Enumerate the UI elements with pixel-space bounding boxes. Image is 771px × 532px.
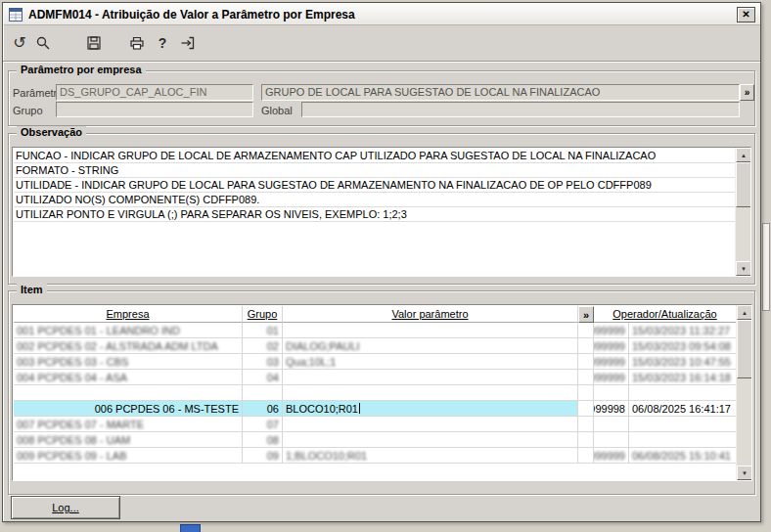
grid-row[interactable]: 006 PCPDES 06 - MS-TESTE06BLOCO10;R01999… — [14, 401, 737, 417]
grid-row[interactable]: 001 PCPDES 01 - LEANDRO IND0199999915/03… — [14, 323, 737, 338]
cell-grupo[interactable]: 01 — [243, 323, 283, 338]
cell-expand[interactable] — [578, 354, 594, 370]
cell-atualizacao[interactable]: 15/03/2023 16:14:18 — [629, 370, 737, 385]
item-grid-body: 001 PCPDES 01 - LEANDRO IND0199999915/03… — [14, 323, 737, 464]
column-header-expand-button[interactable]: » — [578, 306, 594, 323]
cell-empresa[interactable] — [14, 385, 243, 401]
cell-atualizacao[interactable]: 06/08/2025 16:41:17 — [629, 401, 737, 417]
cell-expand[interactable] — [578, 448, 594, 464]
cell-grupo[interactable]: 06 — [243, 401, 283, 417]
cell-valor-parametro[interactable] — [283, 417, 578, 432]
cell-expand[interactable] — [578, 417, 594, 432]
log-button[interactable]: Log... — [11, 496, 120, 519]
observation-line: FUNCAO - INDICAR GRUPO DE LOCAL DE ARMAZ… — [14, 149, 735, 163]
observation-line: UTILIDADE - INDICAR GRUPO DE LOCAL PARA … — [14, 178, 735, 193]
param-value-field[interactable]: DS_GRUPO_CAP_ALOC_FIN — [56, 84, 253, 101]
cell-empresa[interactable]: 002 PCPDES 02 - ALSTRADA ADM LTDA — [14, 338, 243, 354]
cell-empresa[interactable]: 009 PCPDES 09 - LAB — [14, 448, 243, 464]
save-icon — [86, 35, 102, 51]
scroll-thumb[interactable] — [736, 162, 751, 207]
cell-empresa[interactable]: 008 PCPDES 08 - UAM — [14, 432, 243, 448]
cell-operador[interactable]: 999999 — [594, 448, 629, 464]
scroll-up-button[interactable]: ▲ — [736, 148, 751, 162]
save-button[interactable] — [83, 32, 105, 54]
cell-valor-parametro[interactable] — [283, 432, 578, 448]
cell-empresa[interactable]: 007 PCPDES 07 - MARTE — [14, 417, 243, 432]
column-header-valor[interactable]: Valor parâmetro — [283, 306, 578, 323]
search-button[interactable] — [32, 32, 54, 54]
cell-valor-parametro[interactable] — [283, 323, 578, 338]
scroll-up-button[interactable]: ▲ — [737, 305, 752, 320]
cell-valor-parametro[interactable]: 1;BLOCO10;R01 — [283, 448, 578, 464]
cell-valor-parametro[interactable]: BLOCO10;R01 — [283, 401, 578, 417]
item-grid-scrollbar[interactable]: ▲ ▼ — [736, 305, 751, 480]
cell-expand[interactable] — [578, 370, 594, 385]
undo-button[interactable]: ↺ — [9, 32, 30, 54]
cell-empresa[interactable]: 003 PCPDES 03 - CBS — [14, 354, 243, 370]
cell-grupo[interactable]: 04 — [243, 370, 283, 385]
cell-expand[interactable] — [578, 338, 594, 354]
cell-operador[interactable] — [594, 417, 629, 432]
observacao-lines: FUNCAO - INDICAR GRUPO DE LOCAL DE ARMAZ… — [14, 149, 735, 222]
scroll-down-button[interactable]: ▼ — [736, 261, 751, 276]
help-button[interactable]: ? — [152, 32, 173, 54]
cell-expand[interactable] — [578, 401, 594, 417]
grupo-label: Grupo — [13, 105, 43, 116]
print-button[interactable] — [126, 32, 148, 54]
grid-row[interactable]: 004 PCPDES 04 - ASA0499999915/03/2023 16… — [14, 370, 737, 385]
cell-empresa[interactable]: 006 PCPDES 06 - MS-TESTE — [14, 401, 243, 417]
close-button[interactable]: ✕ — [737, 7, 755, 22]
item-grid-header: Empresa Grupo Valor parâmetro » Operador… — [14, 306, 737, 323]
scroll-thumb[interactable] — [737, 320, 752, 378]
cell-atualizacao[interactable] — [629, 385, 737, 401]
cell-valor-parametro[interactable]: DIALOG;PAULI — [283, 338, 578, 354]
cell-operador[interactable]: 999999 — [594, 338, 629, 354]
grid-row[interactable]: 008 PCPDES 08 - UAM08 — [14, 432, 737, 448]
global-field[interactable] — [301, 102, 740, 117]
exit-button[interactable] — [177, 32, 199, 54]
cell-expand[interactable] — [578, 385, 594, 401]
cell-atualizacao[interactable]: 15/03/2023 09:54:08 — [629, 338, 737, 354]
cell-grupo[interactable]: 08 — [243, 432, 283, 448]
observacao-scrollbar[interactable]: ▲ ▼ — [735, 148, 750, 276]
param-expand-button[interactable]: » — [740, 84, 754, 101]
grid-row[interactable]: 009 PCPDES 09 - LAB091;BLOCO10;R01999999… — [14, 448, 737, 464]
observacao-textarea[interactable]: FUNCAO - INDICAR GRUPO DE LOCAL DE ARMAZ… — [12, 147, 751, 277]
grid-row[interactable]: 002 PCPDES 02 - ALSTRADA ADM LTDA02DIALO… — [14, 338, 737, 354]
cell-grupo[interactable]: 02 — [243, 338, 283, 354]
column-header-empresa[interactable]: Empresa — [14, 306, 243, 323]
cell-grupo[interactable] — [243, 385, 283, 401]
cell-valor-parametro[interactable]: Qua;10L;1 — [283, 354, 578, 370]
cell-operador[interactable]: 999999 — [594, 323, 629, 338]
column-header-grupo[interactable]: Grupo — [243, 306, 283, 323]
cell-atualizacao[interactable]: 15/03/2023 10:47:55 — [629, 354, 737, 370]
cell-atualizacao[interactable] — [629, 417, 737, 432]
grid-row[interactable]: 003 PCPDES 03 - CBS03Qua;10L;199999915/0… — [14, 354, 737, 370]
cell-operador[interactable]: 999999 — [594, 354, 629, 370]
scroll-down-button[interactable]: ▼ — [737, 466, 752, 480]
grid-row[interactable]: 007 PCPDES 07 - MARTE07 — [14, 417, 737, 432]
cell-expand[interactable] — [578, 432, 594, 448]
cell-grupo[interactable]: 03 — [243, 354, 283, 370]
window-title: ADMFM014 - Atribuição de Valor a Parâmet… — [28, 8, 355, 22]
cell-grupo[interactable]: 07 — [243, 417, 283, 432]
cell-empresa[interactable]: 004 PCPDES 04 - ASA — [14, 370, 243, 385]
cell-grupo[interactable]: 09 — [243, 448, 283, 464]
column-header-operador[interactable]: Operador/Atualização — [594, 306, 737, 323]
cell-operador[interactable] — [594, 385, 629, 401]
grupo-field[interactable] — [56, 102, 253, 117]
cell-operador[interactable]: 999998 — [594, 401, 629, 417]
cell-operador[interactable] — [594, 432, 629, 448]
cell-operador[interactable]: 999999 — [594, 370, 629, 385]
help-icon: ? — [159, 35, 167, 51]
cell-atualizacao[interactable]: 15/03/2023 11:32:27 — [629, 323, 737, 338]
cell-valor-parametro[interactable] — [283, 370, 578, 385]
cell-expand[interactable] — [578, 323, 594, 338]
param-description-field[interactable]: GRUPO DE LOCAL PARA SUGESTAO DE LOCAL NA… — [261, 84, 740, 101]
cell-valor-parametro[interactable] — [283, 385, 578, 401]
dialog-window: ADMFM014 - Atribuição de Valor a Parâmet… — [2, 2, 761, 522]
grid-row[interactable] — [14, 385, 737, 401]
cell-atualizacao[interactable]: 06/08/2025 15:10:41 — [629, 448, 737, 464]
cell-empresa[interactable]: 001 PCPDES 01 - LEANDRO IND — [14, 323, 243, 338]
cell-atualizacao[interactable] — [629, 432, 737, 448]
